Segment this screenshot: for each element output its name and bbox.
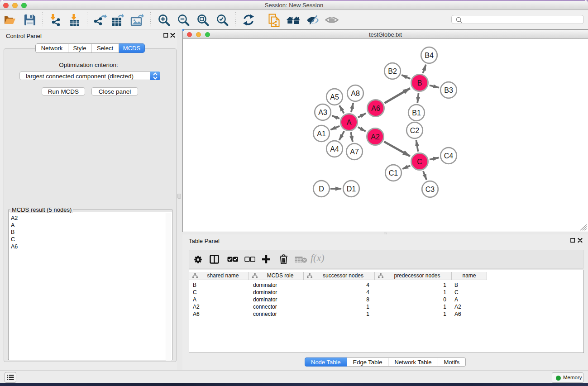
svg-text:A8: A8 [351,90,360,97]
svg-text:A: A [347,119,352,126]
svg-text:B1: B1 [412,109,421,117]
svg-text:D: D [319,185,324,193]
svg-text:C: C [417,158,422,166]
svg-text:B4: B4 [425,52,434,59]
svg-text:C3: C3 [425,186,435,193]
svg-text:B: B [417,79,422,87]
svg-text:C4: C4 [444,152,454,160]
svg-text:A3: A3 [318,109,327,116]
svg-text:B2: B2 [388,67,397,75]
svg-text:A7: A7 [350,148,359,156]
svg-text:A1: A1 [317,130,326,138]
svg-text:B3: B3 [444,86,453,94]
svg-text:A6: A6 [371,105,380,112]
svg-text:A2: A2 [371,133,380,141]
svg-text:C1: C1 [389,169,398,177]
svg-text:A5: A5 [330,93,339,101]
svg-text:D1: D1 [347,185,356,193]
svg-text:A4: A4 [330,145,339,153]
svg-text:C2: C2 [410,127,420,134]
